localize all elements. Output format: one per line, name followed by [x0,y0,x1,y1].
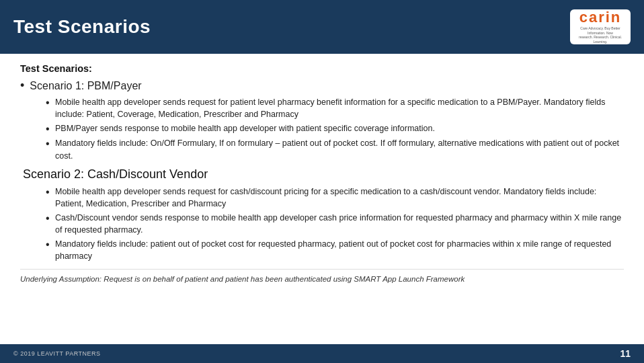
footer-page-number: 11 [620,348,631,359]
scenario1-heading: • Scenario 1: PBM/Payer [20,79,624,92]
bullet-icon: • [46,122,50,135]
underlying-assumption: Underlying Assumption: Request is on beh… [20,269,624,283]
logo-text: carin [579,10,622,25]
list-item: • Mandatory fields include: On/Off Formu… [46,137,624,161]
list-item: • PBM/Payer sends response to mobile hea… [46,122,624,135]
scenario2-list: • Mobile health app developer sends requ… [46,186,624,263]
list-item: • Mobile health app developer sends requ… [46,186,624,210]
footer: © 2019 LEAVITT PARTNERS 11 [0,344,644,363]
bullet-icon: • [46,186,50,198]
scenario2-heading: Scenario 2: Cash/Discount Vendor [23,167,624,182]
logo: carin Care Advocacy. Buy Better Informat… [570,9,631,44]
list-item: • Mobile health app developer sends requ… [46,96,624,120]
footer-copyright: © 2019 LEAVITT PARTNERS [13,350,101,357]
bullet-icon: • [46,137,50,150]
scenario1-title: Scenario 1: PBM/Payer [30,80,141,92]
main-content: Test Scenarios: • Scenario 1: PBM/Payer … [0,54,644,344]
scenario1-list: • Mobile health app developer sends requ… [46,96,624,162]
list-item: • Cash/Discount vendor sends response to… [46,212,624,236]
section-title: Test Scenarios: [20,63,624,74]
bullet-icon: • [46,238,50,251]
bullet-icon: • [46,96,50,109]
page-title: Test Scenarios [13,16,151,38]
logo-subtext: Care Advocacy. Buy Better Information. N… [575,26,625,44]
list-item: • Mandatory fields include: patient out … [46,238,624,262]
bullet-icon: • [46,212,50,225]
header: Test Scenarios carin Care Advocacy. Buy … [0,0,644,54]
